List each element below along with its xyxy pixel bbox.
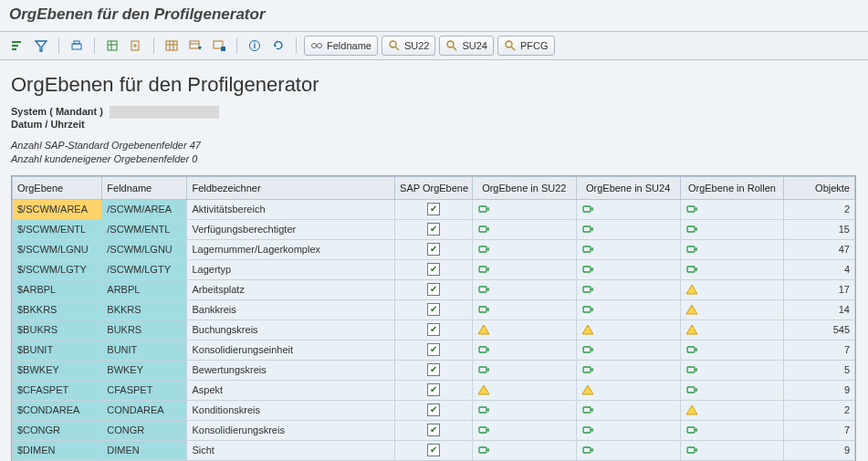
cell-sap[interactable]: ✔ [395,299,473,320]
su22-button[interactable]: SU22 [382,36,436,56]
cell-orglevel[interactable]: $BKKRS [13,299,102,320]
cell-objects[interactable]: 2 [784,199,855,219]
cell-objects[interactable]: 5 [784,360,855,380]
filter-icon[interactable] [31,36,51,56]
cell-objects[interactable]: 14 [784,299,855,320]
col-objects[interactable]: Objekte [784,176,855,199]
cell-fielddesc[interactable]: Bankkreis [187,299,395,320]
cell-su22[interactable] [472,239,576,259]
cell-sap[interactable]: ✔ [395,400,473,420]
save-layout-icon[interactable] [209,36,229,56]
cell-fieldname[interactable]: /SCWM/ENTL [102,219,187,239]
cell-orglevel[interactable]: $/SCWM/ENTL [13,219,102,239]
cell-su22[interactable] [472,299,576,320]
table-row[interactable]: $CFASPETCFASPETAspekt✔9 [13,380,855,400]
cell-roles[interactable] [680,219,784,239]
cell-su24[interactable] [576,420,680,440]
cell-sap[interactable]: ✔ [395,440,473,460]
layout-icon[interactable] [162,36,182,56]
cell-roles[interactable] [680,400,784,420]
info-icon[interactable]: i [245,36,265,56]
cell-su24[interactable] [576,340,680,360]
cell-fielddesc[interactable]: Aktivitätsbereich [187,199,395,219]
col-sap-orglevel[interactable]: SAP OrgEbene [395,176,473,199]
cell-fielddesc[interactable]: Buchungskreis [187,320,395,340]
cell-fieldname[interactable]: ARBPL [102,279,187,299]
cell-roles[interactable] [680,279,784,299]
cell-objects[interactable]: 15 [784,219,855,239]
cell-fieldname[interactable]: DIMEN [102,440,187,460]
cell-fieldname[interactable]: BWKEY [102,360,187,380]
cell-su22[interactable] [472,199,576,219]
cell-roles[interactable] [680,299,784,320]
cell-fieldname[interactable]: CFASPET [102,380,187,400]
cell-objects[interactable]: 9 [784,380,855,400]
cell-sap[interactable]: ✔ [395,360,473,380]
cell-sap[interactable]: ✔ [395,380,473,400]
col-su22[interactable]: OrgEbene in SU22 [472,176,576,199]
cell-su24[interactable] [576,440,680,460]
cell-sap[interactable]: ✔ [395,239,473,259]
cell-fielddesc[interactable]: Bewertungskreis [187,360,395,380]
cell-fielddesc[interactable]: Lagernummer/Lagerkomplex [187,239,395,259]
cell-su22[interactable] [472,400,576,420]
grid[interactable]: OrgEbene Feldname Feldbezeichner SAP Org… [11,175,856,461]
cell-roles[interactable] [680,380,784,400]
cell-roles[interactable] [680,440,784,460]
table-row[interactable]: $/SCWM/AREA/SCWM/AREAAktivitätsbereich✔2 [13,199,855,219]
cell-objects[interactable]: 2 [784,400,855,420]
cell-orglevel[interactable]: $ARBPL [13,279,102,299]
cell-su24[interactable] [576,360,680,380]
cell-objects[interactable]: 17 [784,279,855,299]
cell-roles[interactable] [680,320,784,340]
cell-fielddesc[interactable]: Arbeitsplatz [187,279,395,299]
cell-fieldname[interactable]: BUNIT [102,340,187,360]
cell-objects[interactable]: 7 [784,420,855,440]
cell-fielddesc[interactable]: Konsolidierungskreis [187,420,395,440]
feldname-button[interactable]: Feldname [304,36,378,56]
cell-fieldname[interactable]: BUKRS [102,320,187,340]
cell-fieldname[interactable]: /SCWM/LGNU [102,239,187,259]
export-spreadsheet-icon[interactable] [102,36,122,56]
cell-su24[interactable] [576,279,680,299]
cell-su22[interactable] [472,340,576,360]
cell-fielddesc[interactable]: Konditionskreis [187,400,395,420]
table-row[interactable]: $BWKEYBWKEYBewertungskreis✔5 [13,360,855,380]
pfcg-button[interactable]: PFCG [497,36,555,56]
cell-fielddesc[interactable]: Konsolidierungseinheit [187,340,395,360]
table-row[interactable]: $CONGRCONGRKonsolidierungskreis✔7 [13,420,855,440]
table-row[interactable]: $/SCWM/ENTL/SCWM/ENTLVerfügungsberechtig… [13,219,855,239]
col-orglevel[interactable]: OrgEbene [13,176,102,199]
detail-icon[interactable] [7,36,27,56]
cell-su24[interactable] [576,320,680,340]
cell-orglevel[interactable]: $BUNIT [13,340,102,360]
cell-su24[interactable] [576,199,680,219]
cell-su24[interactable] [576,400,680,420]
cell-roles[interactable] [680,420,784,440]
table-row[interactable]: $CONDAREACONDAREAKonditionskreis✔2 [13,400,855,420]
cell-sap[interactable]: ✔ [395,320,473,340]
cell-orglevel[interactable]: $CFASPET [13,380,102,400]
cell-sap[interactable]: ✔ [395,279,473,299]
cell-su22[interactable] [472,440,576,460]
su24-button[interactable]: SU24 [439,36,494,56]
cell-sap[interactable]: ✔ [395,199,473,219]
cell-orglevel[interactable]: $CONGR [13,420,102,440]
grid-header-row[interactable]: OrgEbene Feldname Feldbezeichner SAP Org… [13,176,855,199]
cell-fielddesc[interactable]: Sicht [187,440,395,460]
export-local-icon[interactable] [126,36,146,56]
print-icon[interactable] [67,36,87,56]
select-layout-icon[interactable] [185,36,205,56]
cell-roles[interactable] [680,199,784,219]
table-row[interactable]: $BUKRSBUKRSBuchungskreis✔545 [13,320,855,340]
table-row[interactable]: $ARBPLARBPLArbeitsplatz✔17 [13,279,855,299]
cell-su24[interactable] [576,219,680,239]
cell-objects[interactable]: 545 [784,320,855,340]
col-fieldname[interactable]: Feldname [102,176,187,199]
cell-su22[interactable] [472,259,576,279]
cell-sap[interactable]: ✔ [395,219,473,239]
table-row[interactable]: $/SCWM/LGNU/SCWM/LGNULagernummer/Lagerko… [13,239,855,259]
cell-su24[interactable] [576,259,680,279]
col-roles[interactable]: OrgEbene in Rollen [680,176,784,199]
cell-fielddesc[interactable]: Verfügungsberechtigter [187,219,395,239]
